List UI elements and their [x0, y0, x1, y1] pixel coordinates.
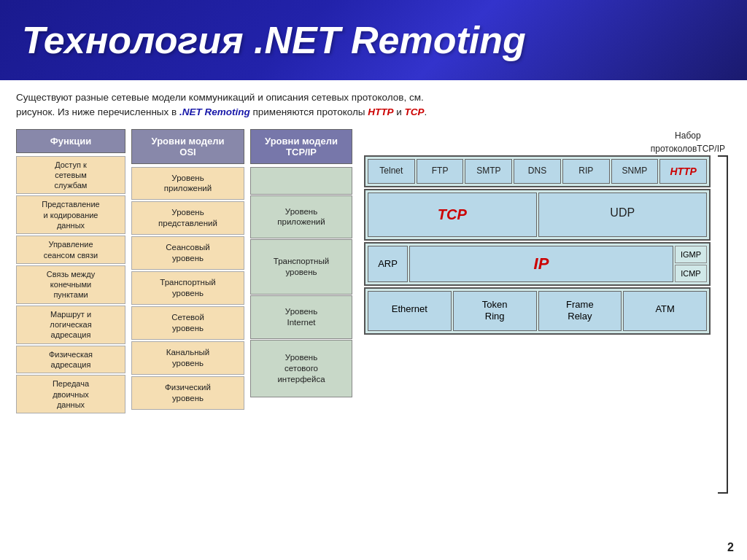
net-remoting-ref: .NET Remoting	[179, 106, 250, 117]
osi-session: Сеансовыйуровень	[131, 236, 244, 270]
proto-rip: RIP	[562, 159, 610, 184]
internet-layer-row: ARP IP IGMP ICMP	[364, 242, 711, 286]
transport-layer-row: TCP UDP	[364, 189, 711, 241]
osi-column: Уровни моделиOSI Уровеньприложений Урове…	[131, 129, 244, 410]
functions-header: Функции	[16, 129, 125, 153]
proto-ftp: FTP	[417, 159, 464, 184]
tcpip-empty-top	[250, 167, 352, 195]
osi-items: Уровеньприложений Уровеньпредставлений С…	[131, 167, 244, 410]
intro-line1: Существуют разные сетевые модели коммуни…	[16, 92, 424, 103]
proto-igmp: IGMP	[675, 246, 707, 263]
proto-atm: ATM	[623, 291, 707, 332]
page-number: 2	[727, 541, 734, 554]
tcpip-model-column: Уровни моделиTCP/IP Уровеньприложений Тр…	[250, 129, 352, 398]
proto-dns: DNS	[514, 159, 561, 184]
proto-snmp: SNMP	[611, 159, 659, 184]
intro-line2: рисунок. Из ниже перечисленных в	[16, 106, 179, 117]
proto-telnet: Telnet	[368, 159, 415, 184]
tcpip-transport: Транспортныйуровень	[250, 239, 352, 295]
tcp-ref: TCP	[405, 106, 425, 117]
intro-paragraph: Существуют разные сетевые модели коммуни…	[16, 90, 731, 120]
igmp-icmp-group: IGMP ICMP	[675, 246, 707, 282]
func-routing: Маршрут илогическаяадресация	[16, 306, 125, 344]
slide: Технология .NET Remoting Существуют разн…	[0, 0, 747, 560]
slide-title: Технология .NET Remoting	[22, 18, 526, 62]
osi-datalink: Канальныйуровень	[131, 341, 244, 375]
functions-column: Функции Доступ ксетевымслужбам Представл…	[16, 129, 125, 414]
osi-presentation: Уровеньпредставлений	[131, 201, 244, 235]
func-physical-addr: Физическаяадресация	[16, 346, 125, 374]
protocol-bracket	[718, 155, 728, 494]
intro-line2b: применяются протоколы	[250, 106, 368, 117]
tcpip-internet: УровеньInternet	[250, 295, 352, 339]
osi-application: Уровеньприложений	[131, 167, 244, 201]
func-session-mgmt: Управлениесеансом связи	[16, 236, 125, 264]
proto-token-ring: TokenRing	[453, 291, 537, 332]
header: Технология .NET Remoting	[0, 0, 747, 80]
proto-icmp: ICMP	[675, 265, 707, 282]
protocol-boxes: Telnet FTP SMTP DNS RIP SNMP HTTP TCP UD…	[364, 155, 711, 335]
tcpip-model-items: Уровеньприложений Транспортныйуровень Ур…	[250, 167, 352, 398]
proto-udp: UDP	[538, 192, 708, 237]
tcpip-application: Уровеньприложений	[250, 195, 352, 239]
intro-end: .	[425, 106, 427, 117]
tcpip-netif: Уровеньсетовогоинтерфейса	[250, 340, 352, 397]
func-access: Доступ ксетевымслужбам	[16, 156, 125, 195]
functions-items: Доступ ксетевымслужбам Представлениеи ко…	[16, 156, 125, 414]
proto-ethernet: Ethernet	[368, 291, 452, 332]
func-binary: Передачадвоичныхданных	[16, 375, 125, 413]
app-layer-row: Telnet FTP SMTP DNS RIP SNMP HTTP	[364, 155, 711, 187]
proto-tcp: TCP	[368, 192, 537, 237]
func-presentation: Представлениеи кодированиеданных	[16, 195, 125, 234]
proto-smtp: SMTP	[465, 159, 512, 184]
proto-ip: IP	[409, 246, 673, 282]
osi-network: Сетевойуровень	[131, 306, 244, 340]
osi-physical: Физическийуровень	[131, 376, 244, 410]
osi-header: Уровни моделиOSI	[131, 129, 244, 164]
intro-and: и	[394, 106, 405, 117]
proto-http: HTTP	[659, 159, 707, 184]
tcpip-model-header: Уровни моделиTCP/IP	[250, 129, 352, 164]
network-diagram: Функции Доступ ксетевымслужбам Представл…	[16, 129, 731, 516]
content-area: Существуют разные сетевые модели коммуни…	[0, 80, 747, 560]
func-endpoints: Связь междуконечнымипунктами	[16, 265, 125, 304]
osi-transport: Транспортныйуровень	[131, 271, 244, 305]
proto-frame-relay: FrameRelay	[538, 291, 622, 332]
http-ref: HTTP	[368, 106, 393, 117]
netif-layer-row: Ethernet TokenRing FrameRelay ATM	[364, 287, 711, 335]
proto-arp: ARP	[368, 246, 408, 282]
protocol-set-label: НаборпротоколовTCP/IP	[651, 129, 725, 155]
